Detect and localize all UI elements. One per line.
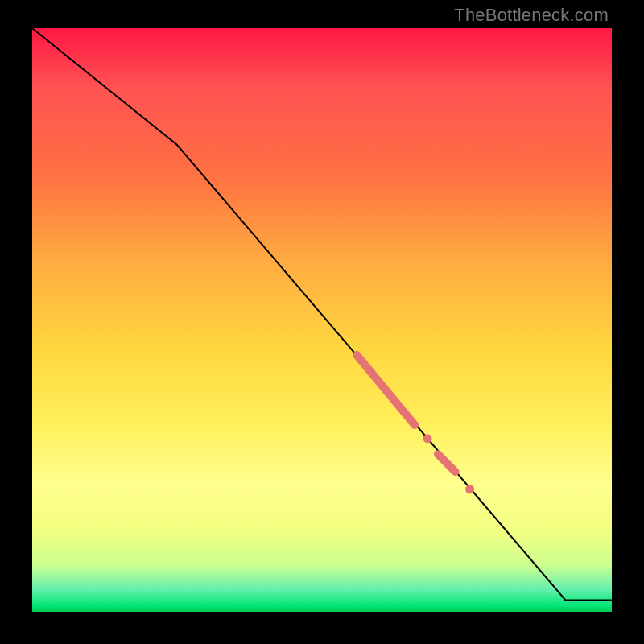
data-curve — [32, 28, 612, 601]
highlight-segment — [357, 355, 415, 425]
watermark-text: TheBottleneck.com — [454, 5, 609, 26]
highlight-point — [465, 485, 474, 493]
highlight-point — [423, 434, 432, 443]
chart-container: TheBottleneck.com — [0, 0, 644, 644]
chart-overlay — [32, 28, 612, 612]
highlight-segment — [438, 454, 456, 472]
highlight-layer — [357, 355, 474, 493]
